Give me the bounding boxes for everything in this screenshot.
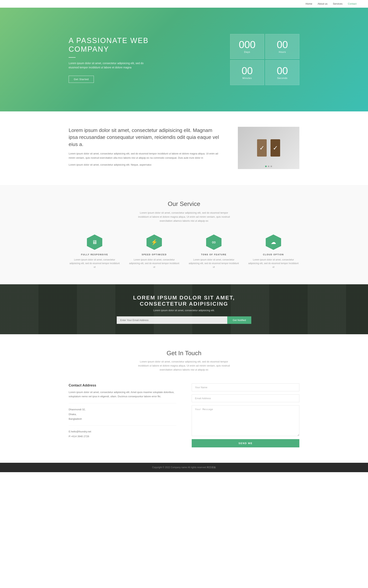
service-feature: ∞ TONS OF FEATURE Lorem ipsum dolor sit … bbox=[188, 235, 240, 269]
feature-icon: ∞ bbox=[206, 235, 221, 250]
services-grid: 🖥 FULLY RESPONSIVE Lorem ipsum dolor sit… bbox=[69, 235, 299, 269]
cloud-icon: ☁ bbox=[266, 235, 281, 250]
notify-content: LOREM IPSUM DOLOR SIT AMET, CONSECTETUR … bbox=[117, 295, 251, 324]
footer-text: Copyright © 2022 Company name All rights… bbox=[152, 466, 216, 469]
contact-phone-text: P:+614 3940 2726 bbox=[69, 434, 176, 439]
days-number: 000 bbox=[239, 40, 256, 50]
responsive-desc: Lorem ipsum dolor sit amet, consectetur … bbox=[69, 258, 120, 269]
dot-2[interactable] bbox=[268, 166, 269, 167]
about-image-area: ✓ ✓ bbox=[238, 127, 299, 169]
nav-contact[interactable]: Contact bbox=[348, 2, 357, 5]
contact-divider-2 bbox=[69, 425, 176, 426]
countdown-widget: 000 Days 00 Hours 00 Minutes 00 Seconds bbox=[230, 34, 299, 85]
about-text: Lorem ipsum dolor sit amet, consectetur … bbox=[69, 127, 222, 170]
contact-address-lines: Dhanmondi 32,Dhaka,Bangladesh bbox=[69, 407, 176, 421]
contact-name-input[interactable] bbox=[192, 383, 299, 391]
hours-number: 00 bbox=[277, 40, 288, 50]
footer: Copyright © 2022 Company name All rights… bbox=[0, 463, 368, 472]
contact-section: Get In Touch Lorem ipsum dolor sit amet,… bbox=[0, 334, 368, 463]
notify-sub: Lorem ipsum dolor sit amet, consectetur … bbox=[117, 309, 251, 312]
dot-3[interactable] bbox=[270, 166, 272, 167]
speed-title: SPEED OPTIMIZED bbox=[142, 253, 167, 256]
notify-title: LOREM IPSUM DOLOR SIT AMET, CONSECTETUR … bbox=[117, 295, 251, 307]
countdown-hours: 00 Hours bbox=[265, 34, 299, 59]
nav-about[interactable]: About us bbox=[318, 2, 327, 5]
cloud-desc: Lorem ipsum dolor sit amet, consectetur … bbox=[248, 258, 299, 269]
notify-section: LOREM IPSUM DOLOR SIT AMET, CONSECTETUR … bbox=[0, 284, 368, 334]
service-cloud: ☁ CLOUD OPTION Lorem ipsum dolor sit ame… bbox=[248, 235, 299, 269]
seconds-label: Seconds bbox=[277, 77, 288, 80]
image-carousel-dots bbox=[265, 166, 272, 167]
about-image: ✓ ✓ bbox=[238, 127, 299, 169]
service-responsive: 🖥 FULLY RESPONSIVE Lorem ipsum dolor sit… bbox=[69, 235, 120, 269]
send-button[interactable]: SEND ME bbox=[192, 439, 299, 447]
contact-subtitle: Lorem ipsum dolor sit amet, consectetur … bbox=[138, 360, 230, 372]
responsive-title: FULLY RESPONSIVE bbox=[81, 253, 108, 256]
contact-address-area: Contact Address Lorem ipsum dolor sit am… bbox=[69, 383, 176, 447]
hero-section: A PASSIONATE WEB COMPANY Lorem ipsum dol… bbox=[0, 0, 368, 111]
services-subtitle: Lorem ipsum dolor sit amet, consectetur … bbox=[136, 211, 232, 223]
minutes-label: Minutes bbox=[242, 77, 252, 80]
speed-icon: ⚡ bbox=[147, 235, 162, 250]
minutes-number: 00 bbox=[242, 66, 253, 76]
services-title: Our Service bbox=[168, 200, 200, 207]
service-speed: ⚡ SPEED OPTIMIZED Lorem ipsum dolor sit … bbox=[128, 235, 180, 269]
contact-address-heading: Contact Address bbox=[69, 383, 176, 387]
contact-form: SEND ME bbox=[192, 383, 299, 447]
speed-desc: Lorem ipsum dolor sit amet, consectetur … bbox=[128, 258, 180, 269]
contact-email-input[interactable] bbox=[192, 394, 299, 402]
feature-desc: Lorem ipsum dolor sit amet, consectetur … bbox=[188, 258, 240, 269]
navigation: Home About us Services Contact bbox=[0, 0, 368, 8]
contact-email-phone: E:hello@foundry.net P:+614 3940 2726 bbox=[69, 429, 176, 439]
hours-label: Hours bbox=[279, 51, 286, 53]
seconds-number: 00 bbox=[277, 66, 288, 76]
nav-home[interactable]: Home bbox=[305, 2, 312, 5]
contact-address-desc: Lorem ipsum dolor sit amet, consectetur … bbox=[69, 390, 176, 399]
nav-services[interactable]: Services bbox=[333, 2, 342, 5]
hero-title: A PASSIONATE WEB COMPANY bbox=[69, 36, 219, 54]
cloud-title: CLOUD OPTION bbox=[263, 253, 284, 256]
contact-message-input[interactable] bbox=[192, 405, 299, 436]
dot-1[interactable] bbox=[265, 166, 267, 167]
countdown-days: 000 Days bbox=[230, 34, 264, 59]
contact-inner: Contact Address Lorem ipsum dolor sit am… bbox=[69, 383, 299, 447]
hero-description: Lorem ipsum dolor sit amet, consectetur … bbox=[69, 61, 149, 70]
contact-email-text: E:hello@foundry.net bbox=[69, 429, 176, 434]
contact-title: Get In Touch bbox=[167, 350, 202, 357]
about-heading: Lorem ipsum dolor sit amet, consectetur … bbox=[69, 127, 222, 148]
get-notified-button[interactable]: Get Notified bbox=[227, 316, 251, 324]
about-para2: Lorem ipsum dolor sit amet, consectetur … bbox=[69, 163, 222, 167]
get-started-button[interactable]: Get Started bbox=[69, 76, 94, 83]
about-para1: Lorem ipsum dolor sit amet, consectetur … bbox=[69, 151, 222, 160]
notify-form: Get Notified bbox=[117, 316, 251, 324]
responsive-icon: 🖥 bbox=[87, 235, 102, 250]
about-section: Lorem ipsum dolor sit amet, consectetur … bbox=[0, 111, 368, 185]
services-section: Our Service Lorem ipsum dolor sit amet, … bbox=[0, 185, 368, 284]
notify-email-input[interactable] bbox=[117, 316, 227, 324]
contact-divider-1 bbox=[69, 403, 176, 403]
feature-title: TONS OF FEATURE bbox=[201, 253, 227, 256]
days-label: Days bbox=[244, 51, 250, 53]
countdown-minutes: 00 Minutes bbox=[230, 60, 264, 85]
hero-divider bbox=[69, 57, 75, 58]
hero-text: A PASSIONATE WEB COMPANY Lorem ipsum dol… bbox=[69, 36, 230, 83]
countdown-seconds: 00 Seconds bbox=[265, 60, 299, 85]
